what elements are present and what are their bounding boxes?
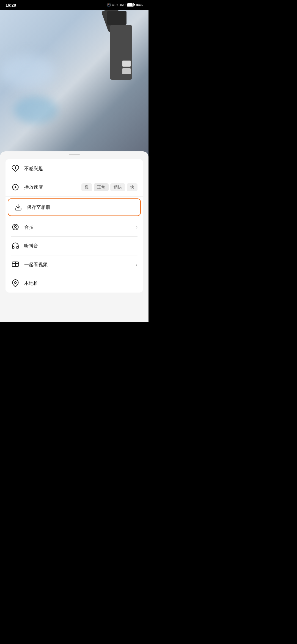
- headphones-icon: [11, 241, 20, 250]
- speed-slow[interactable]: 慢: [81, 183, 92, 191]
- menu-item-local-push[interactable]: 本地推: [6, 274, 143, 293]
- sticker-1: [122, 61, 131, 67]
- camera-body: [110, 25, 132, 80]
- playback-speed-label: 播放速度: [24, 184, 79, 190]
- bg-light-1: [0, 55, 55, 88]
- local-push-label: 本地推: [24, 280, 138, 286]
- menu-item-watch-together[interactable]: 一起看视频 ›: [6, 255, 143, 274]
- watch-together-chevron-icon: ›: [136, 262, 138, 268]
- speed-normal[interactable]: 正常: [94, 183, 109, 191]
- save-to-album-label: 保存至相册: [27, 204, 135, 211]
- svg-point-8: [13, 224, 18, 230]
- location-icon: [11, 279, 20, 288]
- camera-device: [88, 8, 132, 85]
- download-icon: [14, 203, 23, 212]
- signal-4g-icon: 46↑↑: [120, 3, 126, 7]
- watch-together-icon: [11, 260, 20, 269]
- listen-douyin-label: 听抖音: [24, 243, 138, 249]
- bg-light-2: [14, 96, 58, 124]
- watch-together-label: 一起看视频: [24, 261, 136, 268]
- menu-item-save-to-album[interactable]: 保存至相册: [8, 198, 141, 216]
- status-icons: 📳 46↑↑ 46↑↑ 84%: [107, 3, 143, 7]
- not-interested-label: 不感兴趣: [24, 165, 138, 172]
- svg-marker-5: [15, 186, 17, 188]
- status-bar: 16:28 📳 46↑↑ 46↑↑ 84%: [0, 0, 148, 10]
- svg-point-9: [15, 225, 16, 227]
- svg-rect-1: [127, 3, 133, 6]
- heart-broken-icon: [11, 164, 20, 173]
- menu-item-listen-douyin[interactable]: 听抖音: [6, 236, 143, 255]
- video-area: [0, 0, 148, 165]
- bottom-sheet: 不感兴趣 播放速度 慢 正常 稍快 快: [0, 151, 148, 322]
- camera-head: [107, 11, 127, 25]
- sticker-2: [122, 68, 131, 74]
- menu-item-not-interested[interactable]: 不感兴趣: [6, 159, 143, 178]
- play-speed-icon: [11, 183, 20, 192]
- collab-icon: [11, 223, 20, 231]
- collab-chevron-icon: ›: [136, 224, 138, 230]
- menu-item-playback-speed[interactable]: 播放速度 慢 正常 稍快 快: [6, 178, 143, 197]
- speed-slightly-fast[interactable]: 稍快: [110, 183, 125, 191]
- speed-options: 慢 正常 稍快 快: [81, 183, 138, 191]
- video-bg: [0, 0, 148, 165]
- status-time: 16:28: [6, 3, 16, 7]
- speed-fast[interactable]: 快: [127, 183, 138, 191]
- svg-rect-2: [134, 4, 135, 6]
- signal-icon: 46↑↑: [112, 3, 118, 7]
- collab-shoot-label: 合拍: [24, 224, 136, 230]
- menu-container: 不感兴趣 播放速度 慢 正常 稍快 快: [6, 159, 143, 293]
- menu-item-collab-shoot[interactable]: 合拍 ›: [6, 218, 143, 236]
- battery-percent: 84%: [136, 3, 143, 7]
- vibrate-icon: 📳: [107, 3, 111, 7]
- save-to-album-wrapper: 保存至相册: [6, 197, 143, 218]
- drag-handle[interactable]: [69, 154, 80, 155]
- battery-icon: [127, 3, 135, 7]
- svg-point-13: [15, 282, 16, 283]
